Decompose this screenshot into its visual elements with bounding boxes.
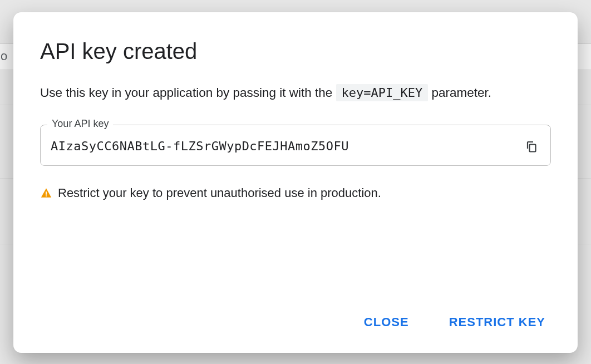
svg-rect-0 [530, 144, 536, 151]
restrict-key-button[interactable]: RESTRICT KEY [444, 311, 551, 334]
restrict-warning-text: Restrict your key to prevent unauthorise… [58, 186, 381, 200]
dialog-description-prefix: Use this key in your application by pass… [40, 86, 336, 100]
dialog-description: Use this key in your application by pass… [40, 84, 551, 102]
restrict-warning-row: Restrict your key to prevent unauthorise… [40, 186, 551, 200]
dialog-title: API key created [40, 39, 551, 64]
api-key-field: Your API key AIzaSyCC6NABtLG-fLZSrGWypDc… [40, 125, 551, 166]
copy-icon [525, 140, 538, 153]
svg-rect-2 [46, 195, 47, 196]
dialog-actions: CLOSE RESTRICT KEY [40, 311, 551, 334]
api-key-created-dialog: API key created Use this key in your app… [13, 12, 578, 353]
api-key-field-label: Your API key [47, 118, 113, 130]
close-button[interactable]: CLOSE [358, 311, 415, 334]
svg-rect-1 [46, 191, 47, 195]
warning-icon [40, 187, 52, 199]
dialog-description-suffix: parameter. [432, 86, 492, 100]
copy-api-key-button[interactable] [523, 137, 540, 155]
dialog-spacer [40, 200, 551, 311]
api-key-field-row: AIzaSyCC6NABtLG-fLZSrGWypDcFEJHAmoZ5OFU [51, 137, 540, 155]
api-key-value[interactable]: AIzaSyCC6NABtLG-fLZSrGWypDcFEJHAmoZ5OFU [51, 139, 515, 153]
dialog-description-param-code: key=API_KEY [336, 84, 429, 101]
